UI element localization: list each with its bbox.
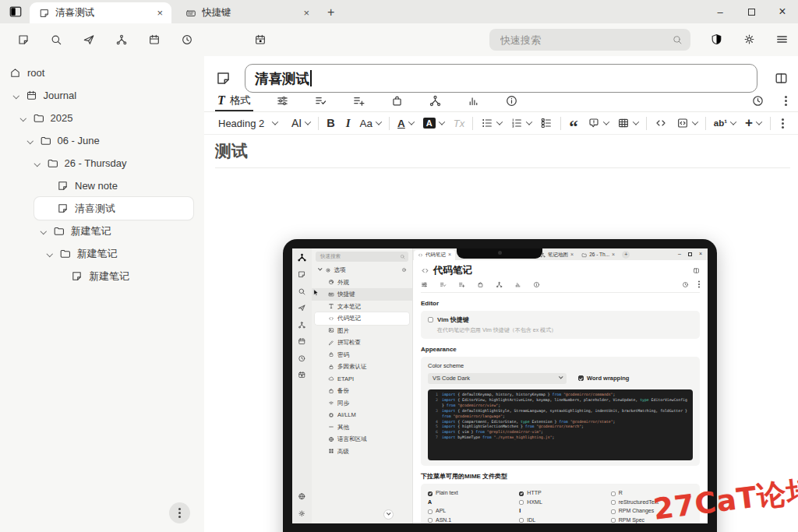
close-tab-icon[interactable]: × xyxy=(302,7,311,19)
note-info-icon[interactable] xyxy=(505,94,518,107)
laptop-tree-item: 备份 xyxy=(312,385,412,397)
code-block-dropdown[interactable] xyxy=(673,117,701,129)
tree-item-selected[interactable]: 清喜测试 xyxy=(34,197,193,220)
code-line: 6import { vim } from "@replit/codemirror… xyxy=(431,430,688,435)
ribbon-tab-format[interactable]: T 格式 xyxy=(215,90,253,111)
laptop-tab: 笔记地图× xyxy=(536,250,577,261)
close-tab-icon[interactable]: × xyxy=(155,7,164,19)
table-dropdown[interactable] xyxy=(614,117,641,129)
expand-chevron-icon[interactable] xyxy=(20,115,26,122)
new-note-icon[interactable] xyxy=(17,33,30,46)
remove-format-button[interactable]: Tx xyxy=(450,118,468,129)
toggle-sidebar-icon[interactable] xyxy=(8,4,23,19)
bold-button[interactable]: B xyxy=(323,117,337,129)
note-map-icon[interactable] xyxy=(115,33,128,46)
note-title-input[interactable]: 清喜测试 xyxy=(245,64,757,93)
mime-type-item: IDL xyxy=(519,516,601,523)
today-icon[interactable] xyxy=(254,33,267,46)
ai-dropdown[interactable]: AI xyxy=(288,117,313,129)
note-type-icon[interactable] xyxy=(215,70,231,86)
settings-icon[interactable] xyxy=(743,33,756,46)
tree-item-label: New note xyxy=(75,180,118,192)
note-actions-menu-icon[interactable] xyxy=(785,100,787,102)
tree-item[interactable]: 新建笔记 xyxy=(0,265,204,287)
mime-label: R xyxy=(619,490,623,497)
laptop-tree-label: 拼写检查 xyxy=(337,339,361,346)
quick-search-input[interactable] xyxy=(499,33,672,47)
todo-list-button[interactable] xyxy=(537,117,556,129)
admonition-icon xyxy=(588,117,600,129)
ai-label: AI xyxy=(291,117,302,129)
protected-session-icon[interactable] xyxy=(710,33,723,46)
laptop-image[interactable]: 快速搜索 选项外观快捷键文本笔记代码笔记图片拼写检查密码多因素认证ETAPI备份… xyxy=(283,239,717,532)
note-paths-icon[interactable] xyxy=(390,94,404,107)
bullet-list-dropdown[interactable] xyxy=(478,117,505,129)
toolbar-more-button[interactable] xyxy=(775,122,790,125)
menu-icon[interactable] xyxy=(775,33,789,46)
tab-shortcuts[interactable]: 快捷键 × xyxy=(176,2,318,23)
code-line: 1import { defaultKeymap, history, histor… xyxy=(431,393,688,398)
superscript-dropdown[interactable]: ab¹ xyxy=(711,118,739,128)
tree-item[interactable]: 新建笔记 xyxy=(0,242,204,265)
tree-item[interactable]: 2025 xyxy=(0,107,204,129)
owned-attributes-icon[interactable] xyxy=(314,94,327,107)
tab-note[interactable]: 清喜测试 × xyxy=(30,2,171,23)
maximize-button[interactable] xyxy=(736,0,767,23)
close-tab-icon: × xyxy=(448,252,451,259)
inline-code-button[interactable] xyxy=(651,117,670,129)
mime-checkbox xyxy=(428,509,433,514)
quick-search[interactable] xyxy=(489,29,690,51)
laptop-tree-item: 文本笔记 xyxy=(312,301,412,313)
note-map-icon[interactable] xyxy=(429,94,442,107)
laptop-tree-label: 图片 xyxy=(337,327,349,334)
expand-chevron-icon[interactable] xyxy=(13,93,19,99)
minimize-button[interactable]: – xyxy=(704,0,736,23)
tree-item[interactable]: 新建笔记 xyxy=(0,220,204,242)
font-color-dropdown[interactable]: A xyxy=(394,118,417,129)
note-revisions-icon[interactable] xyxy=(751,94,764,107)
tree-item[interactable]: root xyxy=(0,62,204,84)
recent-changes-icon[interactable] xyxy=(181,33,193,46)
mime-checkbox xyxy=(611,518,616,523)
background-color-dropdown[interactable]: A xyxy=(420,118,447,129)
mime-checkbox xyxy=(611,491,616,496)
expand-chevron-icon[interactable] xyxy=(27,138,34,144)
blockquote-button[interactable]: “ xyxy=(566,123,581,131)
keyboard-icon xyxy=(185,8,196,19)
todo-list-icon xyxy=(540,117,553,129)
insert-dropdown[interactable]: + xyxy=(742,115,764,131)
laptop-tree-label: 高级 xyxy=(337,448,349,455)
word-wrapping-checkbox xyxy=(578,375,584,381)
font-size-dropdown[interactable]: Aa xyxy=(357,118,385,129)
content-heading[interactable]: 测试 xyxy=(215,140,790,168)
create-pane-icon[interactable] xyxy=(774,71,789,86)
calendar-icon[interactable] xyxy=(148,33,161,46)
expand-chevron-icon[interactable] xyxy=(47,251,53,257)
similar-notes-icon[interactable] xyxy=(467,94,480,107)
jump-to-note-icon[interactable] xyxy=(83,33,95,46)
tree-item[interactable]: 06 - June xyxy=(0,129,204,152)
bullet-list-icon xyxy=(481,117,493,129)
tree-item[interactable]: New note xyxy=(0,174,204,197)
tree-item[interactable]: Journal xyxy=(0,84,204,107)
admonition-dropdown[interactable] xyxy=(584,117,612,129)
laptop-camera-notch xyxy=(457,248,542,259)
laptop-tab-label: 代码笔记 xyxy=(425,252,446,258)
expand-chevron-icon[interactable] xyxy=(41,228,47,234)
italic-button[interactable]: I xyxy=(343,117,354,130)
tree-more-button[interactable] xyxy=(169,502,190,523)
launcher-toolbar xyxy=(0,23,798,56)
numbered-list-dropdown[interactable] xyxy=(507,117,535,129)
heading-dropdown[interactable]: Heading 2 xyxy=(215,118,281,129)
mime-checkbox xyxy=(519,491,524,496)
close-button[interactable]: × xyxy=(767,0,798,23)
code-line: 3import { defaultHighlightStyle, StreamL… xyxy=(431,409,688,420)
search-icon[interactable] xyxy=(50,33,62,46)
new-tab-button[interactable]: + xyxy=(327,5,334,19)
inherited-attributes-icon[interactable] xyxy=(352,94,365,107)
close-tab-icon: × xyxy=(612,252,615,259)
basic-properties-icon[interactable] xyxy=(276,94,289,107)
tree-item[interactable]: 26 - Thursday xyxy=(0,152,204,174)
laptop-tree-label: 快捷键 xyxy=(337,291,355,298)
expand-chevron-icon[interactable] xyxy=(34,160,41,167)
